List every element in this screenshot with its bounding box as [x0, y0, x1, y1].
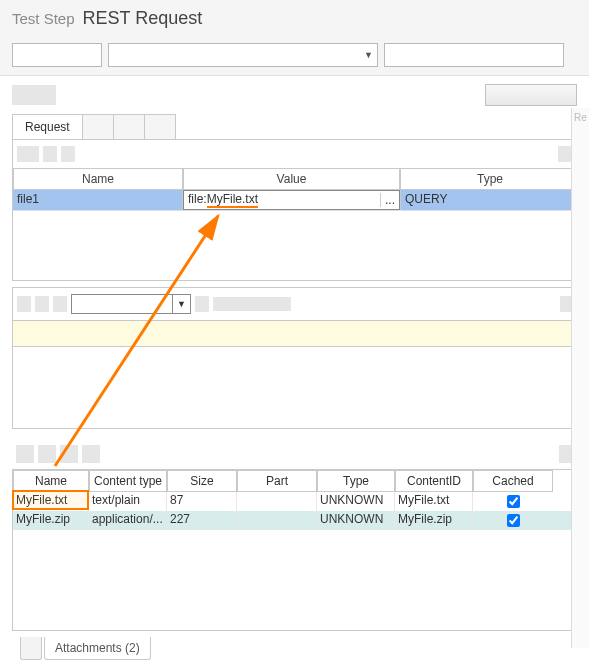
- media-toolbar: ▼: [12, 287, 581, 321]
- remove-attachment-icon[interactable]: [38, 445, 56, 463]
- body-editor[interactable]: [12, 347, 581, 429]
- media-type-combo[interactable]: ▼: [71, 294, 191, 314]
- param-type-cell[interactable]: QUERY: [400, 190, 580, 210]
- att-ct-cell[interactable]: text/plain: [89, 492, 167, 511]
- tool-icon[interactable]: [60, 445, 78, 463]
- footer-tab-attachments[interactable]: Attachments (2): [44, 637, 151, 660]
- label-placeholder: [213, 297, 291, 311]
- att-cached-cell[interactable]: [473, 511, 553, 530]
- tool-icon[interactable]: [82, 445, 100, 463]
- att-col-name[interactable]: Name: [13, 470, 89, 492]
- teststep-header: Test Step REST Request ▼: [0, 0, 589, 76]
- browse-dots-button[interactable]: ...: [380, 193, 399, 207]
- att-size-cell[interactable]: 87: [167, 492, 237, 511]
- att-col-size[interactable]: Size: [167, 470, 237, 492]
- att-col-contentid[interactable]: ContentID: [395, 470, 473, 492]
- tool-icon[interactable]: [35, 296, 49, 312]
- endpoint-dropdown[interactable]: [384, 43, 564, 67]
- col-header-type[interactable]: Type: [400, 168, 580, 190]
- col-header-value[interactable]: Value: [183, 168, 400, 190]
- att-type-cell[interactable]: UNKNOWN: [317, 511, 395, 530]
- attachments-empty-area: [13, 530, 580, 630]
- att-col-cached[interactable]: Cached: [473, 470, 553, 492]
- att-col-part[interactable]: Part: [237, 470, 317, 492]
- tab-ghost-1[interactable]: .: [82, 114, 114, 139]
- att-name-cell[interactable]: MyFile.txt: [13, 492, 89, 511]
- att-size-cell[interactable]: 227: [167, 511, 237, 530]
- title-prefix: Test Step: [12, 10, 75, 27]
- tool-icon[interactable]: [17, 146, 39, 162]
- att-part-cell[interactable]: [237, 492, 317, 511]
- att-part-cell[interactable]: [237, 511, 317, 530]
- tool-icon[interactable]: [43, 146, 57, 162]
- att-ct-cell[interactable]: application/...: [89, 511, 167, 530]
- param-value-input[interactable]: file:file:MyFile.txtMyFile.txt: [184, 192, 380, 208]
- col-header-name[interactable]: Name: [13, 168, 183, 190]
- attachments-table: Name Content type Size Part Type Content…: [12, 469, 581, 631]
- att-cached-cell[interactable]: [473, 492, 553, 511]
- media-header-band: [12, 321, 581, 347]
- request-tabs: Request . . .: [12, 114, 581, 140]
- tool-icon[interactable]: [195, 296, 209, 312]
- param-toolbar: [12, 140, 581, 168]
- tool-placeholder: [12, 85, 56, 105]
- add-attachment-icon[interactable]: [16, 445, 34, 463]
- chevron-down-icon: ▼: [364, 50, 373, 60]
- run-button[interactable]: [485, 84, 577, 106]
- footer-tab-ghost[interactable]: .: [20, 637, 42, 660]
- att-cid-cell[interactable]: MyFile.zip: [395, 511, 473, 530]
- param-name-cell[interactable]: file1: [13, 190, 183, 210]
- method-dropdown[interactable]: [12, 43, 102, 67]
- page-title: REST Request: [83, 8, 203, 29]
- att-col-contenttype[interactable]: Content type: [89, 470, 167, 492]
- tool-icon[interactable]: [17, 296, 31, 312]
- resource-dropdown[interactable]: ▼: [108, 43, 378, 67]
- chevron-down-icon: ▼: [172, 295, 190, 313]
- param-row[interactable]: file1 file:file:MyFile.txtMyFile.txt ...…: [13, 190, 580, 210]
- tab-request[interactable]: Request: [12, 114, 83, 139]
- params-empty-area: [13, 210, 580, 280]
- attachment-row[interactable]: MyFile.txt text/plain 87 UNKNOWN MyFile.…: [13, 492, 580, 511]
- response-label-fragment: Re: [572, 108, 589, 127]
- att-type-cell[interactable]: UNKNOWN: [317, 492, 395, 511]
- param-value-cell[interactable]: file:file:MyFile.txtMyFile.txt ...: [183, 190, 400, 210]
- tool-icon[interactable]: [53, 296, 67, 312]
- tab-ghost-2[interactable]: .: [113, 114, 145, 139]
- parameters-table: Name Value Type file1 file:file:MyFile.t…: [12, 168, 581, 281]
- attachment-row[interactable]: MyFile.zip application/... 227 UNKNOWN M…: [13, 511, 580, 530]
- tab-ghost-3[interactable]: .: [144, 114, 176, 139]
- tool-icon[interactable]: [61, 146, 75, 162]
- att-col-type[interactable]: Type: [317, 470, 395, 492]
- att-cid-cell[interactable]: MyFile.txt: [395, 492, 473, 511]
- att-name-cell[interactable]: MyFile.zip: [13, 511, 89, 530]
- response-panel-collapsed[interactable]: Re: [571, 108, 589, 648]
- attachments-toolbar: [12, 439, 581, 469]
